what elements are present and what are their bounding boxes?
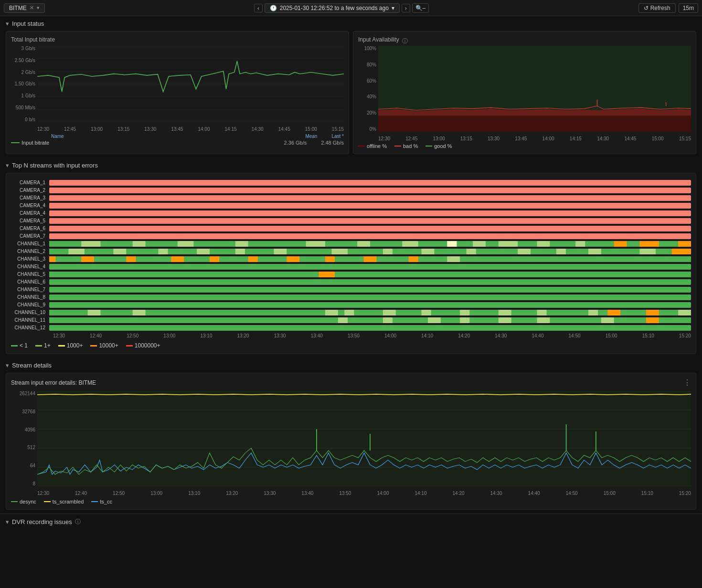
- svg-rect-51: [287, 256, 299, 262]
- top-n-label: Top N streams with input errors: [12, 162, 98, 169]
- next-nav-button[interactable]: ›: [402, 4, 410, 12]
- bitrate-legend-row: Name Mean Last *: [11, 134, 344, 139]
- svg-rect-67: [537, 310, 546, 315]
- prev-nav-button[interactable]: ‹: [254, 4, 263, 12]
- svg-rect-18: [357, 241, 370, 247]
- last-col-header: Last *: [331, 134, 344, 139]
- table-row: CAMERA_6: [11, 225, 691, 232]
- table-row: CAMERA_1: [11, 179, 691, 186]
- svg-rect-49: [210, 256, 219, 262]
- svg-rect-27: [678, 241, 691, 247]
- legend-10000plus: 10000+: [90, 342, 118, 349]
- tab-menu-icon[interactable]: ▾: [37, 5, 40, 11]
- svg-rect-38: [467, 249, 476, 254]
- avail-legend: offline % bad % good %: [358, 143, 691, 149]
- refresh-label: Refresh: [650, 5, 670, 11]
- avail-y-axis: 100% 80% 60% 40% 20% 0%: [358, 46, 378, 132]
- header-right: ↺ Refresh 15m: [638, 3, 698, 13]
- bitrate-chart: 3 Gb/s 2.50 Gb/s 2 Gb/s 1.50 Gb/s 1 Gb/s…: [11, 46, 344, 132]
- svg-rect-14: [133, 241, 146, 247]
- svg-rect-59: [88, 310, 101, 315]
- table-row: CAMERA_7: [11, 232, 691, 240]
- svg-rect-54: [409, 256, 418, 262]
- svg-rect-21: [473, 241, 486, 247]
- stream-details-panel-header: Stream input error details: BITME ⋮: [11, 378, 691, 387]
- svg-rect-52: [325, 256, 335, 262]
- log-chart: 262144 32768 4096 512 64 8: [11, 391, 691, 496]
- dvr-label: DVR recording issues: [12, 518, 72, 525]
- svg-rect-56: [49, 272, 691, 277]
- svg-rect-66: [499, 310, 511, 315]
- bitrate-chart-body: [37, 46, 344, 122]
- streams-panel: CAMERA_1 CAMERA_2 CAMERA_3 CAMERA_4 CAME…: [6, 173, 696, 354]
- bitrate-last: 2.48 Gb/s: [321, 140, 344, 146]
- input-status-section: ▾ Input status Total Input bitrate 3 Gb/…: [0, 16, 702, 158]
- bitrate-title: Total Input bitrate: [11, 36, 344, 43]
- refresh-button[interactable]: ↺ Refresh: [638, 3, 676, 13]
- svg-rect-71: [678, 310, 691, 315]
- legend-lt1: < 1: [11, 342, 28, 349]
- svg-rect-75: [428, 317, 441, 323]
- header-left: BITME ✕ ▾: [4, 3, 45, 13]
- header-center: ‹ 🕐 2025-01-30 12:26:52 to a few seconds…: [254, 3, 429, 13]
- bitrate-series-row: Input bitrate 2.36 Gb/s 2.48 Gb/s: [11, 140, 344, 146]
- input-status-toggle[interactable]: ▾: [6, 20, 9, 27]
- svg-rect-31: [158, 249, 168, 254]
- bitrate-values: 2.36 Gb/s 2.48 Gb/s: [284, 140, 344, 146]
- table-row: CHANNEL_4: [11, 263, 691, 270]
- bitrate-y-axis: 3 Gb/s 2.50 Gb/s 2 Gb/s 1.50 Gb/s 1 Gb/s…: [11, 46, 37, 122]
- table-row: CHANNEL_3: [11, 255, 691, 262]
- svg-rect-42: [639, 249, 656, 254]
- table-row: CAMERA_3: [11, 194, 691, 201]
- tab-close-icon[interactable]: ✕: [30, 5, 34, 11]
- avail-title: Input Availability: [358, 36, 399, 43]
- svg-rect-19: [402, 241, 418, 247]
- top-n-toggle[interactable]: ▾: [6, 162, 9, 169]
- zoom-out-button[interactable]: 🔍–: [412, 3, 429, 13]
- table-row: CHANNEL_11: [11, 316, 691, 324]
- top-n-section: ▾ Top N streams with input errors CAMERA…: [0, 158, 702, 358]
- svg-rect-63: [383, 310, 396, 315]
- svg-rect-47: [126, 256, 136, 262]
- svg-rect-26: [639, 241, 659, 247]
- bitme-tab[interactable]: BITME ✕ ▾: [4, 3, 45, 13]
- svg-marker-8: [378, 116, 691, 132]
- log-chart-body: [37, 391, 691, 486]
- svg-rect-39: [518, 249, 531, 254]
- svg-rect-55: [447, 256, 460, 262]
- svg-rect-73: [338, 317, 348, 323]
- avail-info-icon: ⓘ: [402, 37, 408, 45]
- legend-1000plus: 1000+: [58, 342, 83, 349]
- dvr-section: ▾ DVR recording issues ⓘ: [0, 514, 702, 530]
- offline-legend-item: offline %: [358, 143, 387, 149]
- table-row: CAMERA_4: [11, 210, 691, 217]
- ts-scrambled-legend-item: ts_scrambled: [44, 499, 84, 504]
- legend-header: Name: [11, 134, 64, 139]
- interval-button[interactable]: 15m: [679, 3, 698, 13]
- avail-panel-header: Input Availability ⓘ: [358, 36, 691, 46]
- dvr-toggle[interactable]: ▾: [6, 518, 9, 525]
- svg-rect-57: [319, 272, 335, 277]
- panel-menu-button[interactable]: ⋮: [683, 378, 691, 387]
- svg-rect-76: [460, 317, 469, 323]
- ts-cc-legend-item: ts_cc: [91, 499, 112, 504]
- time-range-display[interactable]: 🕐 2025-01-30 12:26:52 to a few seconds a…: [265, 3, 400, 13]
- table-row: CHANNEL_5: [11, 271, 691, 278]
- dvr-header[interactable]: ▾ DVR recording issues ⓘ: [6, 518, 696, 526]
- svg-rect-35: [331, 249, 348, 254]
- svg-rect-23: [537, 241, 550, 247]
- svg-rect-13: [81, 241, 100, 247]
- main-header: BITME ✕ ▾ ‹ 🕐 2025-01-30 12:26:52 to a f…: [0, 0, 702, 16]
- svg-rect-80: [646, 317, 659, 323]
- svg-rect-30: [113, 249, 126, 254]
- avail-chart: 100% 80% 60% 40% 20% 0%: [358, 46, 691, 141]
- clock-icon: 🕐: [270, 5, 277, 11]
- stream-details-title: Stream input error details: BITME: [11, 379, 96, 386]
- refresh-icon: ↺: [644, 5, 649, 11]
- svg-rect-72: [49, 317, 691, 323]
- svg-rect-46: [81, 256, 94, 262]
- input-status-label: Input status: [12, 20, 44, 27]
- stream-details-toggle[interactable]: ▾: [6, 362, 9, 369]
- legend-1000000plus: 1000000+: [126, 342, 160, 349]
- svg-rect-36: [383, 249, 393, 254]
